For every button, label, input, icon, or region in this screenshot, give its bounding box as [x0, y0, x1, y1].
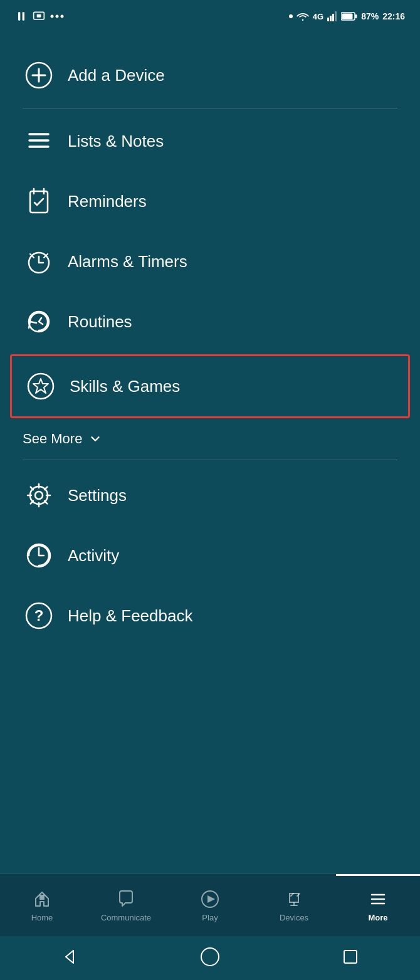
- wifi-icon: [297, 11, 309, 21]
- chevron-down-icon: [88, 432, 102, 446]
- svg-rect-9: [332, 14, 334, 21]
- skills-games-icon: [24, 370, 57, 403]
- lists-notes-label: Lists & Notes: [68, 132, 164, 151]
- svg-point-47: [201, 948, 219, 966]
- svg-marker-38: [207, 895, 215, 903]
- activity-icon: [23, 539, 55, 572]
- play-nav-label: Play: [202, 913, 218, 922]
- back-button[interactable]: [61, 948, 78, 968]
- divider-2: [23, 460, 397, 460]
- menu-item-help-feedback[interactable]: ? Help & Feedback: [0, 586, 420, 646]
- reminders-label: Reminders: [68, 192, 147, 211]
- menu-item-routines[interactable]: Routines: [0, 292, 420, 352]
- svg-rect-0: [18, 12, 20, 20]
- svg-point-6: [61, 15, 64, 18]
- lists-notes-icon: [23, 125, 55, 157]
- add-device-icon: [23, 59, 55, 92]
- routines-icon: [23, 305, 55, 338]
- menu-item-activity[interactable]: Activity: [0, 525, 420, 586]
- more-nav-label: More: [368, 913, 387, 922]
- bottom-nav: Home Communicate Play: [0, 873, 420, 936]
- network-type: 4G: [313, 12, 323, 21]
- svg-point-29: [28, 374, 53, 399]
- svg-marker-46: [66, 951, 73, 963]
- communicate-icon: [115, 888, 137, 910]
- nav-item-devices[interactable]: Devices: [252, 888, 336, 922]
- devices-icon: [283, 888, 305, 910]
- settings-label: Settings: [68, 486, 127, 505]
- menu-item-lists-notes[interactable]: Lists & Notes: [0, 111, 420, 171]
- alarms-timers-icon: [23, 245, 55, 278]
- menu-item-settings[interactable]: Settings: [0, 465, 420, 525]
- help-feedback-label: Help & Feedback: [68, 606, 192, 626]
- svg-rect-20: [30, 191, 48, 213]
- svg-point-31: [35, 492, 43, 499]
- svg-rect-10: [335, 11, 337, 21]
- svg-point-5: [56, 15, 59, 18]
- clock: 22:16: [382, 11, 405, 21]
- pause-icon: [15, 10, 28, 23]
- skills-games-wrapper: Skills & Games: [10, 354, 410, 418]
- dots-icon: [50, 14, 64, 19]
- battery-icon: [341, 12, 357, 21]
- skills-games-label: Skills & Games: [70, 377, 180, 396]
- svg-rect-7: [327, 18, 329, 21]
- system-nav: [0, 936, 420, 980]
- svg-point-32: [30, 487, 48, 504]
- devices-nav-label: Devices: [280, 913, 308, 922]
- svg-marker-30: [33, 379, 48, 393]
- svg-rect-3: [37, 14, 41, 18]
- nav-active-indicator: [336, 874, 420, 876]
- menu-item-skills-games[interactable]: Skills & Games: [10, 354, 410, 418]
- communicate-nav-label: Communicate: [101, 913, 151, 922]
- activity-label: Activity: [68, 546, 119, 566]
- battery-percent: 87%: [361, 11, 379, 21]
- nav-item-communicate[interactable]: Communicate: [84, 888, 168, 922]
- svg-point-4: [51, 15, 54, 18]
- svg-rect-13: [355, 14, 357, 18]
- screen-icon: [33, 10, 45, 23]
- home-icon: [31, 888, 53, 910]
- menu-item-add-device[interactable]: Add a Device: [0, 45, 420, 105]
- help-feedback-icon: ?: [23, 599, 55, 632]
- see-more-label: See More: [23, 431, 82, 447]
- bottom-section: Settings Activity ? Help & Feedback: [0, 465, 420, 646]
- main-content: Add a Device Lists & Notes Reminders: [0, 33, 420, 646]
- nav-item-home[interactable]: Home: [0, 888, 84, 922]
- home-nav-label: Home: [31, 913, 53, 922]
- alarms-timers-label: Alarms & Timers: [68, 252, 187, 271]
- see-more-button[interactable]: See More: [0, 421, 420, 457]
- recents-button[interactable]: [342, 948, 359, 968]
- signal-icon: [327, 11, 337, 21]
- play-icon: [199, 888, 221, 910]
- settings-icon: [23, 479, 55, 512]
- more-icon: [367, 888, 389, 910]
- nav-item-play[interactable]: Play: [168, 888, 252, 922]
- svg-text:?: ?: [34, 607, 44, 624]
- status-icons-left: [15, 10, 64, 23]
- svg-rect-12: [342, 14, 353, 19]
- status-icons-right: 4G 87% 22:16: [289, 11, 405, 21]
- routines-label: Routines: [68, 312, 132, 332]
- svg-rect-48: [344, 951, 357, 963]
- add-device-label: Add a Device: [68, 66, 165, 85]
- svg-rect-1: [23, 12, 24, 20]
- status-bar: 4G 87% 22:16: [0, 0, 420, 33]
- svg-rect-8: [330, 16, 332, 21]
- nav-item-more[interactable]: More: [336, 888, 420, 922]
- home-button[interactable]: [200, 947, 220, 969]
- svg-rect-36: [39, 895, 45, 900]
- reminders-icon: [23, 185, 55, 218]
- menu-item-alarms-timers[interactable]: Alarms & Timers: [0, 231, 420, 292]
- divider-1: [23, 108, 397, 108]
- menu-item-reminders[interactable]: Reminders: [0, 171, 420, 231]
